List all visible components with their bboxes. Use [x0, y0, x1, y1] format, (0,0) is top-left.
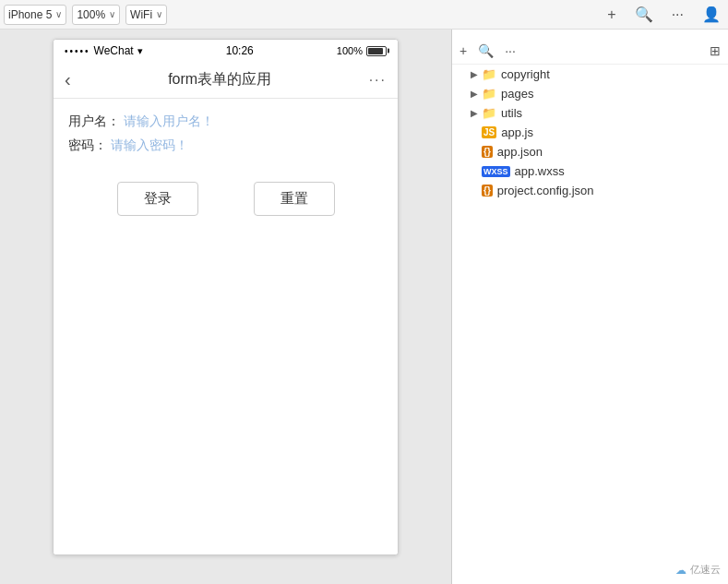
- page-title: form表单的应用: [168, 70, 271, 89]
- watermark: ☁ 亿速云: [675, 563, 721, 577]
- watermark-text: 亿速云: [690, 563, 721, 577]
- nav-more-button[interactable]: ···: [369, 72, 387, 89]
- wxss-icon-appwxss: WXSS: [482, 166, 510, 177]
- tree-item-appwxss[interactable]: WXSS app.wxss: [452, 161, 728, 181]
- add-button[interactable]: +: [603, 6, 619, 23]
- tree-item-pages[interactable]: ▶ 📁 pages: [452, 84, 728, 103]
- button-row: 登录 重置: [68, 182, 383, 216]
- network-label: WiFi: [130, 8, 152, 21]
- main-content: ••••• WeChat ▾ 10:26 100% ‹ form表单的应用 ··…: [0, 30, 728, 584]
- password-row: 密码： 请输入密码！: [68, 137, 383, 154]
- back-button[interactable]: ‹: [65, 69, 71, 90]
- battery-fill: [368, 48, 383, 54]
- wifi-icon: ▾: [137, 45, 143, 57]
- tree-label-copyright: copyright: [501, 67, 550, 81]
- user-button[interactable]: 👤: [698, 6, 724, 23]
- tree-arrow-utils: ▶: [471, 108, 478, 118]
- tree-item-appjson[interactable]: {} app.json: [452, 142, 728, 161]
- tree-label-projectconfig: project.config.json: [497, 184, 594, 197]
- login-button[interactable]: 登录: [117, 182, 198, 216]
- tree-item-projectconfig[interactable]: {} project.config.json: [452, 181, 728, 200]
- tree-label-appwxss: app.wxss: [515, 164, 565, 178]
- password-placeholder: 请输入密码！: [111, 137, 188, 154]
- folder-icon-pages: 📁: [482, 87, 496, 101]
- tree-label-pages: pages: [501, 87, 533, 101]
- filetree-toolbar: + 🔍 ··· ⊞: [452, 37, 728, 65]
- folder-icon-utils: 📁: [482, 106, 496, 120]
- status-bar: ••••• WeChat ▾ 10:26 100%: [54, 40, 398, 62]
- more-button[interactable]: ···: [668, 6, 687, 23]
- tree-label-appjson: app.json: [497, 145, 543, 159]
- carrier-label: WeChat: [94, 44, 134, 57]
- search-button[interactable]: 🔍: [631, 6, 657, 23]
- zoom-selector[interactable]: 100% ∨: [72, 5, 120, 25]
- tree-label-utils: utils: [501, 106, 522, 120]
- battery-icon: [366, 46, 387, 56]
- tree-item-appjs[interactable]: JS app.js: [452, 123, 728, 142]
- status-right: 100%: [337, 45, 387, 56]
- toolbar-right-icons: + 🔍 ··· 👤: [603, 6, 724, 23]
- tree-item-copyright[interactable]: ▶ 📁 copyright: [452, 65, 728, 84]
- status-left: ••••• WeChat ▾: [65, 44, 143, 57]
- tree-arrow-copyright: ▶: [471, 69, 478, 79]
- phone-frame: ••••• WeChat ▾ 10:26 100% ‹ form表单的应用 ··…: [53, 39, 399, 555]
- device-chevron-icon: ∨: [55, 9, 62, 19]
- config-icon-projectconfig: {}: [482, 185, 493, 197]
- password-label: 密码：: [68, 137, 107, 154]
- json-icon-appjson: {}: [482, 146, 493, 158]
- tree-arrow-pages: ▶: [471, 89, 478, 99]
- network-selector[interactable]: WiFi ∨: [125, 5, 167, 25]
- tree-label-appjs: app.js: [501, 125, 533, 139]
- device-selector[interactable]: iPhone 5 ∨: [4, 5, 66, 25]
- nav-bar: ‹ form表单的应用 ···: [54, 62, 398, 99]
- filetree-add-button[interactable]: +: [459, 43, 467, 58]
- zoom-chevron-icon: ∨: [109, 9, 115, 19]
- folder-icon-copyright: 📁: [482, 67, 496, 81]
- signal-dots: •••••: [65, 46, 90, 56]
- filetree-layout-button[interactable]: ⊞: [710, 43, 721, 58]
- zoom-label: 100%: [77, 8, 105, 21]
- reset-button[interactable]: 重置: [254, 182, 335, 216]
- toolbar: iPhone 5 ∨ 100% ∨ WiFi ∨ + 🔍 ··· 👤: [0, 0, 728, 30]
- status-time: 10:26: [226, 44, 254, 57]
- username-label: 用户名：: [68, 113, 120, 130]
- page-content: 用户名： 请输入用户名！ 密码： 请输入密码！ 登录 重置: [54, 99, 398, 554]
- username-row: 用户名： 请输入用户名！: [68, 113, 383, 130]
- filetree-search-button[interactable]: 🔍: [478, 43, 494, 58]
- js-icon-appjs: JS: [482, 126, 496, 138]
- tree-item-utils[interactable]: ▶ 📁 utils: [452, 103, 728, 123]
- network-chevron-icon: ∨: [156, 9, 162, 19]
- watermark-cloud-icon: ☁: [675, 564, 686, 577]
- filetree-pane: + 🔍 ··· ⊞ ▶ 📁 copyright ▶ 📁 pages ▶ 📁 ut…: [452, 30, 728, 584]
- simulator-pane: ••••• WeChat ▾ 10:26 100% ‹ form表单的应用 ··…: [0, 30, 452, 584]
- battery-percent: 100%: [337, 45, 363, 56]
- username-placeholder: 请输入用户名！: [124, 113, 214, 130]
- device-label: iPhone 5: [8, 8, 52, 21]
- filetree-more-button[interactable]: ···: [505, 43, 516, 58]
